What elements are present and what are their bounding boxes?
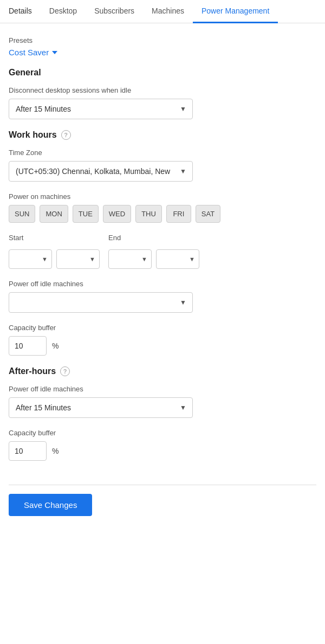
days-row: SUN MON TUE WED THU FRI SAT: [9, 205, 316, 223]
start-dropdowns: 1234 5678 9101112 ▼ AM PM ▼: [9, 249, 100, 269]
after-power-off-select[interactable]: After 5 Minutes After 10 Minutes After 1…: [9, 397, 193, 418]
start-label: Start: [9, 234, 100, 242]
start-hour-wrapper: 1234 5678 9101112 ▼: [9, 249, 52, 269]
disconnect-label: Disconnect desktop sessions when idle: [9, 86, 316, 94]
start-hour-select[interactable]: 1234 5678 9101112: [9, 249, 52, 269]
work-power-off-group: Power off idle machines After 5 Minutes …: [9, 280, 316, 313]
presets-dropdown[interactable]: Cost Saver: [9, 48, 316, 57]
work-capacity-row: %: [9, 336, 316, 356]
work-capacity-group: Capacity buffer %: [9, 324, 316, 356]
work-hours-section: Work hours ? Time Zone (UTC+05:30) Chenn…: [9, 130, 316, 356]
after-hours-heading-text: After-hours: [9, 366, 56, 376]
power-on-group: Power on machines SUN MON TUE WED THU FR…: [9, 192, 316, 223]
day-thu[interactable]: THU: [135, 205, 162, 223]
tab-details[interactable]: Details: [0, 0, 41, 23]
end-ampm-wrapper: AM PM ▼: [156, 249, 199, 269]
end-hour-wrapper: 1234 5678 9101112 ▼: [108, 249, 152, 269]
after-hours-help-icon[interactable]: ?: [60, 366, 70, 376]
timezone-select-wrapper: (UTC+05:30) Chennai, Kolkata, Mumbai, Ne…: [9, 161, 193, 182]
general-heading: General: [9, 68, 316, 78]
end-dropdowns: 1234 5678 9101112 ▼ AM PM ▼: [108, 249, 199, 269]
tab-desktop[interactable]: Desktop: [41, 0, 86, 23]
presets-label: Presets: [9, 36, 316, 44]
power-on-label: Power on machines: [9, 192, 316, 201]
end-label: End: [108, 234, 199, 242]
presets-group: Presets Cost Saver: [9, 36, 316, 57]
after-capacity-label: Capacity buffer: [9, 429, 316, 437]
after-capacity-input[interactable]: [9, 441, 47, 461]
after-power-off-wrapper: After 5 Minutes After 10 Minutes After 1…: [9, 397, 193, 418]
work-hours-heading: Work hours ?: [9, 130, 316, 140]
after-capacity-row: %: [9, 441, 316, 461]
general-heading-text: General: [9, 68, 41, 78]
disconnect-select[interactable]: After 15 Minutes After 5 Minutes After 1…: [9, 99, 193, 119]
time-row: Start 1234 5678 9101112 ▼: [9, 234, 316, 269]
save-button[interactable]: Save Changes: [9, 494, 92, 516]
day-sun[interactable]: SUN: [9, 205, 35, 223]
save-bar: Save Changes: [0, 485, 325, 525]
presets-chevron-icon: [52, 51, 57, 54]
day-fri[interactable]: FRI: [166, 205, 191, 223]
after-capacity-group: Capacity buffer %: [9, 429, 316, 461]
content-area: Presets Cost Saver General Disconnect de…: [0, 23, 325, 485]
presets-value-text: Cost Saver: [9, 48, 49, 57]
after-power-off-label: Power off idle machines: [9, 385, 316, 393]
work-hours-heading-text: Work hours: [9, 130, 57, 140]
work-power-off-wrapper: After 5 Minutes After 10 Minutes After 1…: [9, 292, 193, 313]
start-group: Start 1234 5678 9101112 ▼: [9, 234, 100, 269]
day-wed[interactable]: WED: [103, 205, 131, 223]
end-group: End 1234 5678 9101112 ▼: [108, 234, 199, 269]
work-power-off-label: Power off idle machines: [9, 280, 316, 288]
work-capacity-label: Capacity buffer: [9, 324, 316, 332]
general-section: General Disconnect desktop sessions when…: [9, 68, 316, 119]
after-hours-section: After-hours ? Power off idle machines Af…: [9, 366, 316, 485]
timezone-label: Time Zone: [9, 149, 316, 157]
work-capacity-unit: %: [52, 342, 58, 350]
timezone-group: Time Zone (UTC+05:30) Chennai, Kolkata, …: [9, 149, 316, 182]
tab-power-management[interactable]: Power Management: [193, 0, 278, 23]
work-power-off-select[interactable]: After 5 Minutes After 10 Minutes After 1…: [9, 292, 193, 313]
end-ampm-select[interactable]: AM PM: [156, 249, 199, 269]
after-hours-heading: After-hours ?: [9, 366, 316, 376]
tab-machines[interactable]: Machines: [143, 0, 193, 23]
start-ampm-select[interactable]: AM PM: [56, 249, 100, 269]
end-hour-select[interactable]: 1234 5678 9101112: [108, 249, 152, 269]
timezone-select[interactable]: (UTC+05:30) Chennai, Kolkata, Mumbai, Ne…: [9, 161, 193, 182]
work-capacity-input[interactable]: [9, 336, 47, 356]
day-mon[interactable]: MON: [40, 205, 68, 223]
disconnect-select-wrapper: After 15 Minutes After 5 Minutes After 1…: [9, 99, 193, 119]
after-power-off-group: Power off idle machines After 5 Minutes …: [9, 385, 316, 418]
work-hours-help-icon[interactable]: ?: [61, 130, 71, 140]
tab-subscribers[interactable]: Subscribers: [86, 0, 143, 23]
tabs-bar: Details Desktop Subscribers Machines Pow…: [0, 0, 325, 23]
start-ampm-wrapper: AM PM ▼: [56, 249, 100, 269]
day-tue[interactable]: TUE: [73, 205, 99, 223]
day-sat[interactable]: SAT: [196, 205, 220, 223]
after-capacity-unit: %: [52, 447, 58, 455]
